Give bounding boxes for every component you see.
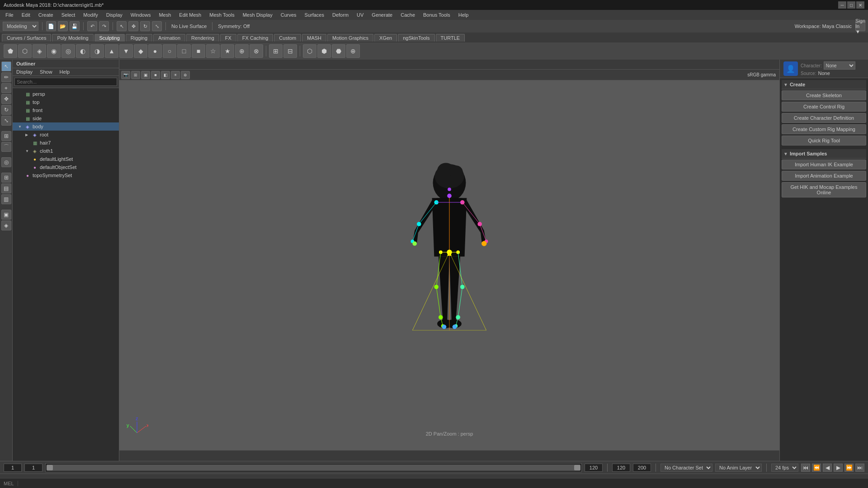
menu-item-create[interactable]: Create — [35, 11, 57, 19]
no-char-set-dropdown[interactable]: No Character Set — [660, 464, 712, 472]
shelf-icon-11[interactable]: ● — [148, 44, 162, 58]
fps-dropdown[interactable]: 24 fps — [771, 464, 798, 472]
vp-wire-btn[interactable]: ▣ — [141, 71, 150, 79]
tree-item-topoSymmetrySet[interactable]: ●topoSymmetrySet — [13, 171, 119, 179]
shelf-icon-24[interactable]: ⊕ — [346, 44, 360, 58]
shelf-icon-23[interactable]: ⬣ — [332, 44, 345, 58]
workspace-mode-dropdown[interactable]: Modeling Rigging Animation — [3, 22, 38, 31]
create-control-rig-btn[interactable]: Create Control Rig — [782, 102, 866, 112]
tree-item-persp[interactable]: ▦persp — [13, 90, 119, 98]
shelf-tab-curves-surfaces[interactable]: Curves / Surfaces — [2, 34, 51, 42]
open-file-btn[interactable]: 📂 — [58, 21, 68, 31]
import-animation-btn[interactable]: Import Animation Example — [782, 171, 866, 181]
lasso-tool-btn[interactable]: ⌖ — [1, 83, 11, 93]
shelf-icon-12[interactable]: ○ — [163, 44, 176, 58]
shelf-icon-13[interactable]: □ — [177, 44, 191, 58]
shelf-tab-rendering[interactable]: Rendering — [186, 34, 219, 42]
shelf-tab-ngskintools[interactable]: ngSkinTools — [398, 34, 434, 42]
save-file-btn[interactable]: 💾 — [70, 21, 80, 31]
layout2-btn[interactable]: ▤ — [1, 183, 11, 193]
get-hik-examples-btn[interactable]: Get HIK and Mocap Examples Online — [782, 182, 866, 197]
rotate-tool-btn[interactable]: ↻ — [140, 21, 150, 31]
shelf-icon-19[interactable]: ⊞ — [269, 44, 283, 58]
shelf-icon-16[interactable]: ★ — [221, 44, 234, 58]
create-skeleton-btn[interactable]: Create Skeleton — [782, 90, 866, 100]
close-button[interactable]: ✕ — [856, 1, 864, 9]
new-file-btn[interactable]: 📄 — [46, 21, 56, 31]
outliner-search-input[interactable] — [14, 78, 117, 86]
menu-item-cache[interactable]: Cache — [397, 11, 419, 19]
shelf-icon-22[interactable]: ⬢ — [317, 44, 331, 58]
range-end-input[interactable] — [633, 464, 651, 472]
tree-item-body[interactable]: ▼◈body — [13, 122, 119, 131]
shelf-tab-fx[interactable]: FX — [220, 34, 236, 42]
create-custom-rig-mapping-btn[interactable]: Create Custom Rig Mapping — [782, 124, 866, 134]
shelf-icon-20[interactable]: ⊟ — [283, 44, 297, 58]
shelf-icon-21[interactable]: ⬡ — [303, 44, 316, 58]
menu-item-display[interactable]: Display — [103, 11, 126, 19]
shelf-icon-7[interactable]: ◑ — [90, 44, 104, 58]
layout3-btn[interactable]: ▥ — [1, 194, 11, 204]
tree-item-front[interactable]: ▦front — [13, 106, 119, 114]
playback-start-input[interactable] — [24, 464, 42, 472]
move-left-btn[interactable]: ✥ — [1, 94, 11, 104]
shelf-icon-3[interactable]: ◈ — [33, 44, 46, 58]
shelf-icon-15[interactable]: ☆ — [206, 44, 220, 58]
minimize-button[interactable]: ─ — [838, 1, 846, 9]
next-frame-btn[interactable]: ⏩ — [844, 464, 854, 472]
go-start-btn[interactable]: ⏮ — [801, 464, 810, 472]
scale-tool-btn[interactable]: ⤡ — [152, 21, 162, 31]
snap-grid-btn[interactable]: ⊞ — [1, 131, 11, 141]
shelf-icon-5[interactable]: ◎ — [61, 44, 75, 58]
vp-xray-btn[interactable]: ⊕ — [181, 71, 190, 79]
menu-item-uv[interactable]: UV — [353, 11, 367, 19]
shelf-icon-6[interactable]: ◐ — [76, 44, 90, 58]
tree-item-hair7[interactable]: ▦hair7 — [13, 139, 119, 147]
redo-btn[interactable]: ↷ — [99, 21, 109, 31]
display-btn[interactable]: ◈ — [1, 221, 11, 230]
menu-item-edit-mesh[interactable]: Edit Mesh — [175, 11, 205, 19]
vp-solid-btn[interactable]: ■ — [151, 71, 160, 79]
prev-frame-btn[interactable]: ⏪ — [812, 464, 821, 472]
menu-item-mesh-tools[interactable]: Mesh Tools — [206, 11, 238, 19]
quick-rig-tool-btn[interactable]: Quick Rig Tool — [782, 136, 866, 145]
shelf-icon-9[interactable]: ▼ — [119, 44, 133, 58]
soft-select-btn[interactable]: ◎ — [1, 157, 11, 167]
shelf-tab-custom[interactable]: Custom — [274, 34, 301, 42]
shelf-icon-10[interactable]: ◆ — [134, 44, 147, 58]
menu-item-deform[interactable]: Deform — [329, 11, 352, 19]
tree-item-cloth1[interactable]: ▼◈cloth1 — [13, 147, 119, 155]
scale-left-btn[interactable]: ⤡ — [1, 116, 11, 126]
menu-item-help[interactable]: Help — [455, 11, 472, 19]
vp-texture-btn[interactable]: ◧ — [161, 71, 170, 79]
tree-item-top[interactable]: ▦top — [13, 98, 119, 106]
import-samples-section-header[interactable]: ▼ Import Samples — [782, 149, 866, 159]
shelf-tab-rigging[interactable]: Rigging — [126, 34, 152, 42]
play-fwd-btn[interactable]: ▶ — [834, 464, 843, 472]
shelf-tab-mash[interactable]: MASH — [302, 34, 326, 42]
select-tool-left-btn[interactable]: ↖ — [1, 61, 11, 71]
maximize-button[interactable]: □ — [847, 1, 855, 9]
vp-grid-btn[interactable]: ⊞ — [131, 71, 140, 79]
move-tool-btn[interactable]: ✥ — [128, 21, 138, 31]
undo-btn[interactable]: ↶ — [87, 21, 97, 31]
menu-item-mesh[interactable]: Mesh — [155, 11, 175, 19]
select-tool-btn[interactable]: ↖ — [117, 21, 127, 31]
shelf-icon-14[interactable]: ■ — [192, 44, 205, 58]
tree-item-defaultObjectSet[interactable]: ●defaultObjectSet — [13, 163, 119, 171]
menu-item-mesh-display[interactable]: Mesh Display — [239, 11, 276, 19]
rotate-left-btn[interactable]: ↻ — [1, 105, 11, 115]
create-section-header[interactable]: ▼ Create — [782, 80, 866, 89]
create-character-definition-btn[interactable]: Create Character Definition — [782, 113, 866, 123]
menu-item-bonus-tools[interactable]: Bonus Tools — [420, 11, 454, 19]
quad-layout-btn[interactable]: ⊞ — [1, 173, 11, 183]
menu-item-edit[interactable]: Edit — [18, 11, 34, 19]
shelf-icon-1[interactable]: ⬟ — [4, 44, 17, 58]
outliner-menu-help[interactable]: Help — [56, 68, 74, 75]
shelf-icon-18[interactable]: ⊗ — [250, 44, 263, 58]
menu-item-windows[interactable]: Windows — [127, 11, 155, 19]
vp-cam-btn[interactable]: 📷 — [121, 71, 130, 79]
shelf-tab-sculpting[interactable]: Sculpting — [94, 34, 125, 42]
no-anim-layer-dropdown[interactable]: No Anim Layer — [715, 464, 762, 472]
shelf-tab-poly-modeling[interactable]: Poly Modeling — [52, 34, 93, 42]
